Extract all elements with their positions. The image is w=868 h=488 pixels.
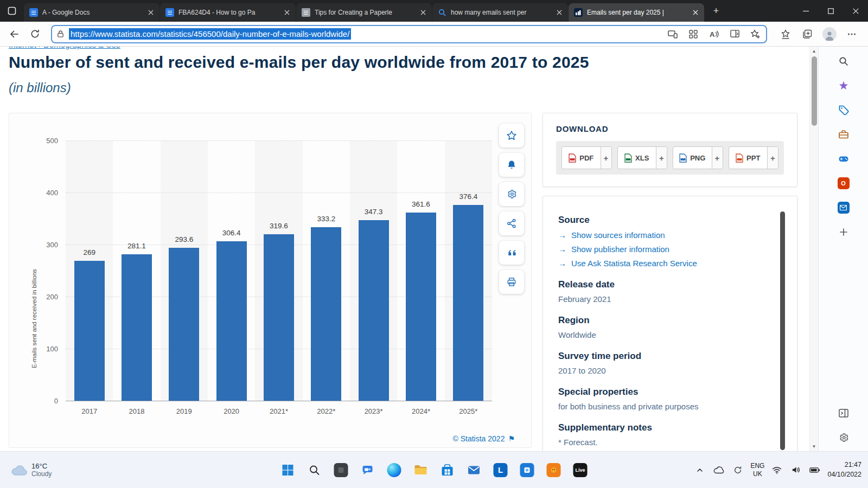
weather-widget[interactable]: 16°C Cloudy	[7, 452, 56, 488]
close-button[interactable]	[843, 0, 868, 22]
copyright-link[interactable]: © Statista 2022	[453, 434, 505, 443]
live-label: Live	[575, 467, 585, 473]
alert-button[interactable]	[499, 153, 524, 177]
download-xls-button[interactable]: XLS +	[617, 146, 668, 169]
photos-icon[interactable]	[516, 459, 539, 481]
chart-column: 281.12018	[113, 140, 160, 401]
sidebar-outlook-button[interactable]	[837, 201, 851, 215]
print-button[interactable]	[499, 270, 524, 294]
tab-close-icon[interactable]	[146, 8, 155, 17]
chart-column: 293.62019	[161, 140, 208, 401]
edge-icon[interactable]	[383, 459, 406, 481]
x-axis-label: 2021*	[270, 407, 288, 415]
more-menu-icon[interactable]	[845, 28, 858, 41]
send-to-devices-icon[interactable]	[666, 28, 679, 41]
back-button[interactable]	[5, 25, 23, 43]
sidebar-search-button[interactable]	[837, 54, 851, 68]
linkedin-icon[interactable]: L	[489, 459, 512, 481]
download-png-label: PNG	[690, 154, 705, 162]
battery-icon[interactable]	[808, 464, 821, 477]
file-explorer-icon[interactable]	[410, 459, 432, 481]
download-ppt-plus[interactable]: +	[767, 147, 778, 169]
collections-icon[interactable]	[801, 28, 814, 41]
scroll-up-arrow[interactable]: ▲	[810, 49, 818, 54]
link-label[interactable]: Use Ask Statista Research Service	[571, 259, 697, 268]
download-png-button[interactable]: PNG +	[673, 146, 723, 169]
tab-statista-active[interactable]: Emails sent per day 2025 |	[569, 3, 704, 22]
tab-tips-article[interactable]: Tips for Creating a Paperle	[296, 3, 432, 22]
pdf-file-icon	[569, 153, 576, 163]
sidebar-games-button[interactable]	[837, 152, 851, 166]
toolbar-right-icons	[775, 27, 863, 41]
bar	[406, 213, 436, 401]
tab-close-icon[interactable]	[555, 8, 564, 17]
dark-app-icon[interactable]	[330, 459, 353, 481]
wifi-icon[interactable]	[770, 464, 783, 477]
url-text-selected[interactable]: https://www.statista.com/statistics/4565…	[69, 28, 351, 40]
bar-value-label: 281.1	[127, 242, 146, 250]
apps-grid-icon[interactable]	[687, 28, 700, 41]
page-scrollbar-thumb[interactable]	[812, 56, 817, 126]
pinned-app-orange-icon[interactable]	[542, 459, 565, 481]
panel-scrollbar-thumb[interactable]	[780, 211, 785, 450]
volume-icon[interactable]	[789, 464, 802, 477]
tab-close-icon[interactable]	[691, 8, 700, 17]
taskbar-clock[interactable]: 21:47 04/10/2022	[827, 460, 864, 479]
tab-google-docs-1[interactable]: A - Google Docs	[24, 3, 159, 22]
address-bar[interactable]: https://www.statista.com/statistics/4565…	[51, 25, 767, 43]
onedrive-icon[interactable]	[712, 464, 725, 477]
workspaces-button[interactable]	[0, 0, 24, 22]
download-pdf-plus[interactable]: +	[601, 147, 611, 169]
download-ppt-button[interactable]: PPT +	[729, 146, 779, 169]
printer-icon	[506, 277, 517, 287]
profile-avatar[interactable]	[822, 27, 837, 41]
sidebar-add-button[interactable]	[837, 225, 851, 239]
tab-close-icon[interactable]	[419, 8, 427, 17]
scroll-down-arrow[interactable]: ▼	[810, 444, 818, 449]
link-label[interactable]: Show publisher information	[571, 245, 669, 254]
sidebar-discover-button[interactable]	[837, 79, 851, 93]
statista-credit[interactable]: © Statista 2022 ⚑	[453, 434, 515, 443]
sidebar-settings-button[interactable]	[837, 431, 851, 445]
download-pdf-button[interactable]: PDF +	[561, 146, 612, 169]
sidebar-tools-button[interactable]	[837, 127, 851, 142]
download-heading: DOWNLOAD	[556, 124, 784, 133]
start-button[interactable]	[277, 459, 299, 481]
add-favorite-icon[interactable]	[749, 28, 762, 41]
taskbar-search-button[interactable]	[303, 459, 326, 481]
tab-google-docs-2[interactable]: FBA624D4 - How to go Pa	[160, 3, 296, 22]
link-label[interactable]: Show sources information	[571, 230, 665, 240]
sync-icon[interactable]	[731, 464, 744, 477]
read-aloud-icon[interactable]: A	[707, 28, 720, 41]
page-scrollbar[interactable]: ▲ ▼	[809, 47, 818, 451]
breadcrumb[interactable]: Internet › Demographics & Use	[9, 47, 120, 49]
refresh-button[interactable]	[26, 25, 43, 43]
tab-search-results[interactable]: how many emails sent per	[432, 3, 568, 22]
download-png-plus[interactable]: +	[712, 147, 723, 169]
maximize-button[interactable]	[818, 0, 843, 22]
cite-button[interactable]	[499, 241, 524, 265]
tray-chevron-up-icon[interactable]	[693, 464, 706, 477]
show-publisher-link[interactable]: → Show publisher information	[558, 245, 782, 254]
show-sources-link[interactable]: → Show sources information	[558, 230, 782, 240]
immersive-reader-icon[interactable]	[728, 28, 741, 41]
ask-statista-link[interactable]: → Use Ask Statista Research Service	[558, 259, 782, 268]
favorite-chart-button[interactable]	[499, 124, 524, 147]
language-indicator[interactable]: ENG UK	[750, 462, 764, 478]
live-app-icon[interactable]: Live	[569, 459, 592, 481]
minimize-button[interactable]	[793, 0, 818, 22]
new-tab-button[interactable]: +	[708, 3, 724, 19]
x-axis-label: 2018	[129, 407, 145, 415]
microsoft-store-icon[interactable]	[436, 459, 459, 481]
tab-close-icon[interactable]	[283, 8, 291, 17]
settings-button[interactable]	[499, 182, 524, 206]
favorites-icon[interactable]	[779, 28, 792, 41]
download-xls-plus[interactable]: +	[656, 147, 667, 169]
sidebar-open-panel-button[interactable]	[837, 406, 851, 420]
share-button[interactable]	[499, 211, 524, 235]
sidebar-shopping-button[interactable]	[837, 103, 851, 117]
arrow-icon: →	[558, 230, 566, 240]
teams-chat-icon[interactable]	[356, 459, 379, 481]
mail-icon[interactable]	[463, 459, 486, 481]
sidebar-office-button[interactable]: O	[837, 176, 851, 190]
